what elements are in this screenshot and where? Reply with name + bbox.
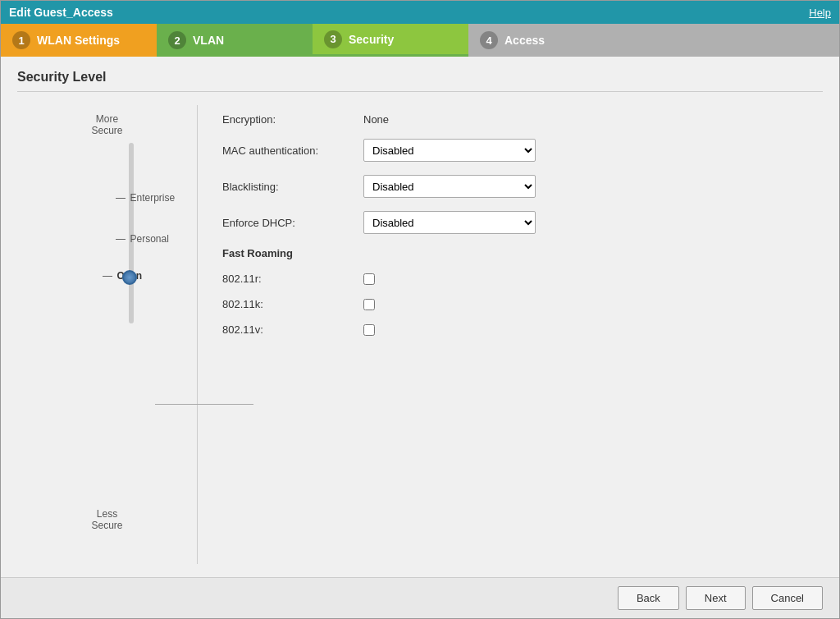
encryption-label: Encryption: [222, 113, 354, 126]
section-title: Security Level [17, 70, 823, 92]
main-layout: MoreSecure Enterprise Personal Open [17, 105, 823, 564]
title-bar: Edit Guest_Access Help [1, 1, 839, 24]
tab-num-2: 2 [168, 31, 186, 49]
r80211k-checkbox[interactable] [363, 299, 375, 310]
enforce-dhcp-label: Enforce DHCP: [222, 217, 354, 229]
enforce-dhcp-row: Enforce DHCP: Disabled Enabled [222, 211, 798, 234]
tab-label-2: VLAN [193, 34, 224, 47]
enterprise-label: Enterprise [130, 192, 176, 204]
r80211k-label: 802.11k: [222, 298, 354, 310]
r80211v-checkbox[interactable] [363, 324, 375, 336]
enforce-dhcp-select[interactable]: Disabled Enabled [363, 211, 536, 234]
tabs-bar: 1 WLAN Settings 2 VLAN 3 Security 4 Acce… [1, 24, 839, 57]
tab-num-1: 1 [12, 31, 30, 49]
tick-open-line [155, 404, 253, 405]
tab-vlan[interactable]: 2 VLAN [157, 24, 313, 57]
tab-wlan-settings[interactable]: 1 WLAN Settings [1, 24, 157, 57]
tab-access[interactable]: 4 Access [468, 24, 839, 57]
back-button[interactable]: Back [618, 586, 679, 610]
encryption-row: Encryption: None [222, 113, 798, 126]
r80211v-row: 802.11v: [222, 323, 798, 336]
tab-num-4: 4 [480, 31, 498, 49]
tab-label-1: WLAN Settings [37, 34, 120, 47]
mac-auth-select[interactable]: Disabled Enabled [363, 139, 536, 162]
mac-auth-row: MAC authentication: Disabled Enabled [222, 139, 798, 162]
encryption-value: None [363, 113, 389, 126]
tick-personal: Personal [116, 233, 169, 245]
form-panel: Encryption: None MAC authentication: Dis… [198, 105, 823, 564]
window-title: Edit Guest_Access [9, 6, 113, 19]
mac-auth-label: MAC authentication: [222, 144, 354, 157]
help-link[interactable]: Help [809, 7, 831, 19]
tab-label-3: Security [349, 33, 394, 46]
tab-label-4: Access [504, 34, 545, 47]
main-window: Edit Guest_Access Help 1 WLAN Settings 2… [0, 0, 840, 619]
tick-line-open [103, 276, 112, 277]
blacklisting-row: Blacklisting: Disabled Enabled [222, 175, 798, 198]
blacklisting-label: Blacklisting: [222, 181, 354, 193]
tick-line-personal [116, 239, 126, 240]
slider-panel: MoreSecure Enterprise Personal Open [17, 105, 198, 564]
tick-enterprise: Enterprise [116, 192, 176, 204]
tab-security[interactable]: 3 Security [313, 24, 468, 57]
less-secure-label: LessSecure [91, 508, 122, 531]
r80211k-row: 802.11k: [222, 298, 798, 310]
tab-num-3: 3 [324, 30, 342, 48]
cancel-button[interactable]: Cancel [752, 586, 823, 610]
fast-roaming-title: Fast Roaming [222, 247, 293, 259]
fast-roaming-header-row: Fast Roaming [222, 247, 798, 259]
r80211r-label: 802.11r: [222, 273, 354, 285]
slider-thumb[interactable] [122, 270, 137, 285]
slider-track-container: Enterprise Personal Open [91, 143, 124, 323]
next-button[interactable]: Next [686, 586, 746, 610]
r80211r-checkbox[interactable] [363, 273, 375, 285]
r80211v-label: 802.11v: [222, 323, 354, 336]
blacklisting-select[interactable]: Disabled Enabled [363, 175, 536, 198]
tick-line-enterprise [116, 198, 126, 199]
more-secure-label: MoreSecure [91, 113, 122, 136]
r80211r-row: 802.11r: [222, 273, 798, 285]
content-area: Security Level MoreSecure Enterprise Per… [1, 57, 839, 577]
footer-bar: Back Next Cancel [1, 577, 839, 618]
personal-label: Personal [130, 233, 169, 245]
